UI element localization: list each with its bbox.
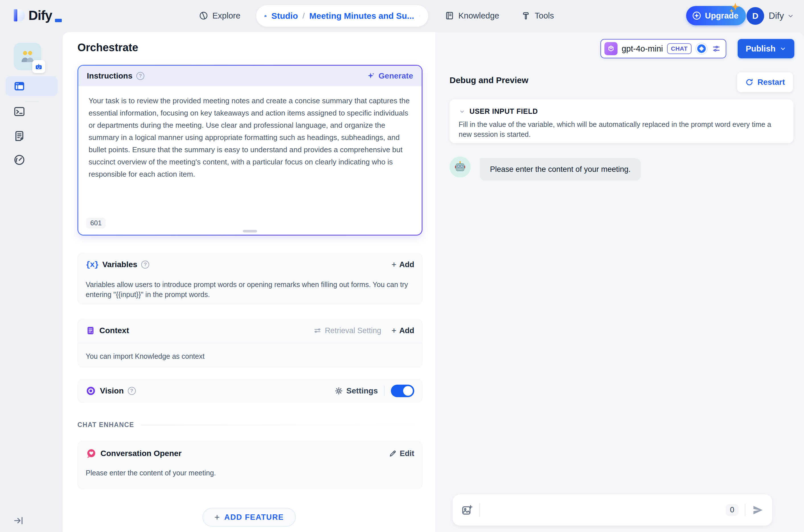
context-title: Context: [99, 326, 129, 335]
gem-icon: [692, 11, 701, 20]
add-context-button[interactable]: + Add: [391, 326, 414, 336]
restart-label: Restart: [757, 78, 785, 87]
restart-button[interactable]: Restart: [737, 72, 793, 93]
sidebar-collapse-button[interactable]: [13, 515, 24, 526]
dify-logo-icon: [10, 8, 25, 23]
resize-handle[interactable]: [243, 230, 257, 232]
debug-title: Debug and Preview: [450, 75, 528, 85]
nav-knowledge[interactable]: Knowledge: [445, 11, 499, 20]
divider: [384, 386, 385, 396]
add-variable-button[interactable]: + Add: [391, 260, 414, 269]
help-icon[interactable]: ?: [141, 261, 149, 269]
plus-icon: +: [214, 512, 220, 522]
knowledge-book-icon: [445, 11, 454, 20]
terminal-icon: [13, 105, 25, 118]
variables-description: Variables allow users to introduce promp…: [78, 280, 422, 300]
tools-hammer-icon: [521, 11, 531, 20]
plus-icon: +: [391, 260, 397, 269]
explore-icon: [199, 11, 208, 20]
chevron-down-icon[interactable]: [459, 108, 465, 115]
user-input-field-card[interactable]: USER INPUT FIELD Fill in the value of th…: [450, 99, 793, 143]
sidebar-item-api-access[interactable]: [6, 101, 57, 121]
breadcrumb-studio[interactable]: Studio: [271, 11, 298, 21]
logo-underscore: [55, 19, 62, 22]
sidebar-item-orchestrate[interactable]: [6, 76, 57, 96]
sidebar-item-logs[interactable]: [6, 126, 57, 146]
send-icon[interactable]: [752, 504, 764, 516]
edit-opener-label: Edit: [400, 449, 414, 458]
model-mode-badge: CHAT: [667, 43, 692, 54]
context-document-icon: [86, 326, 95, 336]
edit-opener-button[interactable]: Edit: [389, 449, 414, 458]
model-params-sliders-icon[interactable]: [711, 44, 721, 54]
orchestrate-window-icon: [13, 80, 25, 93]
app-icon[interactable]: [14, 43, 41, 70]
bot-avatar: [450, 156, 471, 177]
robot-emoji-icon: [454, 160, 467, 173]
avatar[interactable]: D: [747, 7, 764, 25]
openai-icon: [604, 42, 618, 55]
sparkles-icon: [728, 2, 741, 15]
monitoring-gauge-icon: [13, 154, 25, 166]
page-title: Orchestrate: [77, 41, 138, 54]
char-count-badge: 0: [726, 504, 738, 516]
chevron-down-icon: [787, 13, 794, 19]
chevron-down-icon: [780, 45, 786, 52]
studio-robot-icon: [264, 10, 267, 22]
pencil-icon: [389, 450, 397, 457]
dify-logo[interactable]: Dify: [10, 7, 62, 23]
vision-toggle[interactable]: [391, 385, 414, 397]
chat-input[interactable]: [486, 501, 719, 519]
breadcrumb-separator: /: [303, 12, 305, 20]
vision-title: Vision: [100, 386, 124, 396]
help-icon[interactable]: ?: [128, 387, 136, 395]
nav-knowledge-label: Knowledge: [458, 11, 499, 20]
chat-enhance-label: CHAT ENHANCE: [77, 421, 134, 429]
gear-icon: [334, 387, 343, 395]
char-count-badge: 601: [86, 217, 106, 228]
divider: [141, 425, 422, 425]
generate-label: Generate: [379, 71, 413, 80]
vision-section: Vision ? Settings: [77, 379, 422, 403]
account-name: Dify: [769, 11, 784, 21]
retrieval-setting-button[interactable]: Retrieval Setting: [313, 326, 381, 335]
variables-icon: {x}: [86, 260, 98, 269]
vision-settings-button[interactable]: Settings: [334, 386, 378, 396]
instructions-header: Instructions ? Generate: [78, 66, 422, 86]
divider: [479, 503, 480, 517]
collapse-arrow-icon: [13, 515, 24, 526]
model-selector[interactable]: gpt-4o-mini CHAT: [600, 39, 726, 58]
sidebar-item-monitoring[interactable]: [6, 150, 57, 170]
chevron-down-icon[interactable]: [419, 12, 420, 20]
nav-tools[interactable]: Tools: [521, 11, 554, 20]
variables-title: Variables: [102, 260, 137, 269]
add-feature-button[interactable]: + ADD FEATURE: [202, 508, 296, 527]
context-section: Context Retrieval Setting + Add You can …: [77, 319, 422, 367]
debug-panel: gpt-4o-mini CHAT Publish Debug and Previ…: [436, 32, 804, 532]
bot-message-bubble: Please enter the content of your meeting…: [480, 158, 641, 180]
context-description: You can import Knowledge as context: [78, 352, 422, 361]
top-bar: Dify Explore Studio / Meeting Minutes an…: [0, 0, 804, 32]
model-feature-icon: [696, 43, 708, 55]
publish-button[interactable]: Publish: [738, 39, 794, 58]
generate-button[interactable]: Generate: [367, 71, 413, 80]
vision-eye-icon: [86, 386, 96, 396]
nav-explore[interactable]: Explore: [199, 11, 240, 20]
conversation-opener-section: Conversation Opener Edit Please enter th…: [77, 441, 422, 489]
sidebar: [0, 32, 62, 532]
avatar-letter: D: [752, 11, 759, 21]
add-context-label: Add: [399, 326, 414, 335]
nav-tools-label: Tools: [535, 11, 554, 20]
nav-explore-label: Explore: [213, 11, 240, 20]
help-icon[interactable]: ?: [136, 72, 144, 80]
chat-enhance-group: CHAT ENHANCE: [77, 421, 422, 429]
model-toolbar: gpt-4o-mini CHAT Publish: [600, 39, 794, 58]
account-menu[interactable]: Dify: [769, 11, 794, 21]
instructions-title: Instructions: [87, 71, 132, 80]
instructions-textarea[interactable]: Your task is to review the provided meet…: [78, 86, 422, 180]
model-name: gpt-4o-mini: [622, 44, 663, 54]
app-switcher[interactable]: Studio / Meeting Minutes and Su...: [256, 5, 428, 27]
breadcrumb-app-name[interactable]: Meeting Minutes and Su...: [309, 11, 414, 21]
conversation-opener-icon: [86, 448, 96, 459]
image-upload-icon[interactable]: [461, 504, 473, 516]
